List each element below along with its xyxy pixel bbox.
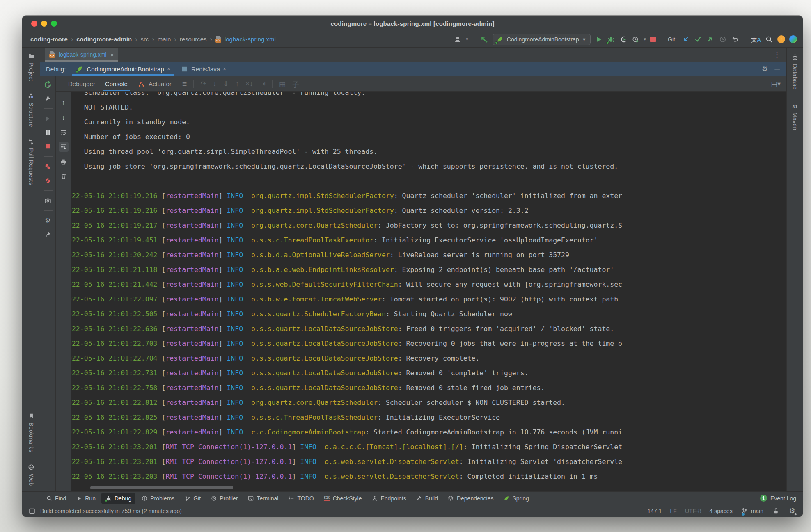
tool-stripe-button-project[interactable]: Project xyxy=(27,52,35,81)
tool-stripe-button-pull-requests[interactable]: Pull Requests xyxy=(27,137,35,185)
lock-icon[interactable] xyxy=(772,507,780,515)
console-menu-icon[interactable]: ≡ xyxy=(182,79,187,89)
breadcrumb-item[interactable]: coding-more xyxy=(30,36,68,43)
pause-icon[interactable] xyxy=(43,128,53,137)
tool-window-button-endpoints[interactable]: Endpoints xyxy=(368,493,410,504)
search-everywhere-icon[interactable] xyxy=(765,35,773,43)
down-stack-trace-icon[interactable]: ↓ xyxy=(59,112,69,122)
layout-icon[interactable]: ⼦ xyxy=(292,79,299,89)
tool-stripe-button-database[interactable]: Database xyxy=(791,53,799,89)
user-icon[interactable] xyxy=(454,35,462,43)
debug-settings-gear-icon[interactable]: ⚙ xyxy=(43,216,53,226)
debug-session-tab-codingmoreadminbootstrap[interactable]: CodingmoreAdminBootstrap× xyxy=(71,62,174,76)
minimize-window-button[interactable] xyxy=(41,21,47,27)
git-update-icon[interactable] xyxy=(682,35,690,43)
breadcrumb-item[interactable]: codingmore-admin xyxy=(76,36,132,43)
profile-button[interactable] xyxy=(619,35,628,43)
layout-settings-icon[interactable]: ▤▾ xyxy=(771,80,781,88)
tool-window-button-dependencies[interactable]: Dependencies xyxy=(444,493,498,504)
tool-window-button-build[interactable]: Build xyxy=(412,493,442,504)
tool-stripe-button-web[interactable]: Web xyxy=(27,463,35,486)
stop-icon[interactable] xyxy=(43,142,53,151)
file-encoding[interactable]: UTF-8 xyxy=(685,508,701,514)
caret-position[interactable]: 147:1 xyxy=(648,508,662,514)
breadcrumb-item[interactable]: main xyxy=(158,36,171,43)
modify-run-config-icon[interactable] xyxy=(43,94,53,103)
gradient-ball-icon[interactable] xyxy=(789,35,797,43)
close-window-button[interactable] xyxy=(31,21,37,27)
breadcrumb-item[interactable]: logback-spring.xml xyxy=(225,36,276,43)
git-commit-icon[interactable] xyxy=(694,35,702,43)
pin-icon[interactable] xyxy=(43,230,53,240)
step-into-icon[interactable]: ↓ xyxy=(213,80,217,88)
tool-window-button-terminal[interactable]: Terminal xyxy=(244,493,283,504)
force-step-into-icon[interactable]: ⇓ xyxy=(223,80,229,88)
view-tab-actuator[interactable]: Actuator xyxy=(133,76,176,91)
view-breakpoints-icon[interactable] xyxy=(43,162,53,171)
tool-window-button-git[interactable]: Git xyxy=(180,493,205,504)
thread-dump-icon[interactable] xyxy=(43,196,53,205)
rollback-icon[interactable] xyxy=(731,35,739,43)
up-stack-trace-icon[interactable]: ↑ xyxy=(59,98,69,107)
tool-stripe-button-bookmarks[interactable]: Bookmarks xyxy=(27,412,35,452)
debug-button[interactable] xyxy=(607,35,615,43)
settings-gear-icon[interactable]: ⚙ xyxy=(762,66,768,73)
line-ending[interactable]: LF xyxy=(670,508,677,514)
title-bar[interactable]: codingmore – logback-spring.xml [codingm… xyxy=(22,16,803,31)
scroll-to-end-icon[interactable] xyxy=(59,142,69,152)
run-options-dropdown-icon[interactable]: ▾ xyxy=(644,37,646,42)
tool-window-button-profiler[interactable]: Profiler xyxy=(206,493,242,504)
maximize-window-button[interactable] xyxy=(51,21,57,27)
close-icon[interactable]: × xyxy=(167,66,170,72)
view-tab-debugger[interactable]: Debugger xyxy=(63,76,100,91)
breadcrumb-item[interactable]: src xyxy=(141,36,149,43)
drop-frame-icon[interactable]: ×↓ xyxy=(245,80,253,88)
run-to-cursor-icon[interactable]: ⇥ xyxy=(259,80,265,88)
curved-arrow-icon[interactable] xyxy=(480,35,488,43)
print-icon[interactable] xyxy=(59,157,69,167)
horizontal-scrollbar[interactable] xyxy=(90,486,233,489)
git-branch-widget[interactable]: main xyxy=(741,507,763,515)
tool-window-button-label: Dependencies xyxy=(457,495,494,502)
close-tab-icon[interactable]: × xyxy=(110,51,114,58)
user-dropdown-icon[interactable]: ▾ xyxy=(466,37,468,42)
stop-button[interactable] xyxy=(650,37,656,42)
run-with-coverage-button[interactable] xyxy=(632,35,640,43)
run-config-selector[interactable]: CodingmoreAdminBootstrap ▼ xyxy=(493,34,591,45)
event-log-button[interactable]: 1 Event Log xyxy=(760,495,796,502)
close-icon[interactable]: × xyxy=(223,66,226,72)
evaluate-expression-icon[interactable]: ▦ xyxy=(279,80,286,88)
tool-window-button-debug[interactable]: Debug xyxy=(101,493,135,504)
resume-icon[interactable] xyxy=(43,114,53,123)
step-out-icon[interactable]: ↑ xyxy=(235,80,239,88)
tool-window-button-problems[interactable]: Problems xyxy=(137,493,179,504)
rerun-icon[interactable] xyxy=(43,80,53,89)
hide-tool-window-icon[interactable]: ─ xyxy=(774,65,780,73)
mute-breakpoints-icon[interactable] xyxy=(43,176,53,185)
indent-setting[interactable]: 4 spaces xyxy=(710,508,733,514)
git-push-icon[interactable] xyxy=(706,35,715,43)
console-log-line: 022-05-16 21:01:22.829 [restartedMain] I… xyxy=(71,425,786,440)
highlighting-level-icon[interactable]: ⚙ xyxy=(788,507,796,515)
history-icon[interactable] xyxy=(719,35,727,43)
soft-wrap-icon[interactable] xyxy=(59,127,69,137)
tool-window-button-find[interactable]: Find xyxy=(42,493,70,504)
tool-window-button-todo[interactable]: TODO xyxy=(284,493,318,504)
clear-console-icon[interactable] xyxy=(59,171,69,181)
tab-logback-spring[interactable]: <> logback-spring.xml × xyxy=(45,48,118,62)
tool-window-button-spring[interactable]: Spring xyxy=(499,493,533,504)
tool-stripe-button-structure[interactable]: Structure xyxy=(27,92,35,127)
debug-session-tab-redisjava[interactable]: RedisJava× xyxy=(176,62,230,76)
breadcrumb-item[interactable]: resources xyxy=(180,36,207,43)
tool-window-button-checkstyle[interactable]: CSCheckStyle xyxy=(320,493,366,504)
view-tab-console[interactable]: Console xyxy=(100,76,133,91)
step-over-icon[interactable]: ↷ xyxy=(200,80,206,88)
update-available-icon[interactable]: ↑ xyxy=(777,35,785,43)
console-output[interactable]: Scheduler class: 'org.quartz.core.Quartz… xyxy=(71,92,786,491)
tab-options-icon[interactable]: ⋮ xyxy=(773,50,781,59)
run-button[interactable] xyxy=(595,35,603,43)
translate-icon[interactable]: 文A xyxy=(751,35,761,43)
tool-window-button-run[interactable]: Run xyxy=(72,493,100,504)
tool-stripe-button-maven[interactable]: mMaven xyxy=(791,102,799,130)
window-layout-icon[interactable] xyxy=(28,507,36,515)
